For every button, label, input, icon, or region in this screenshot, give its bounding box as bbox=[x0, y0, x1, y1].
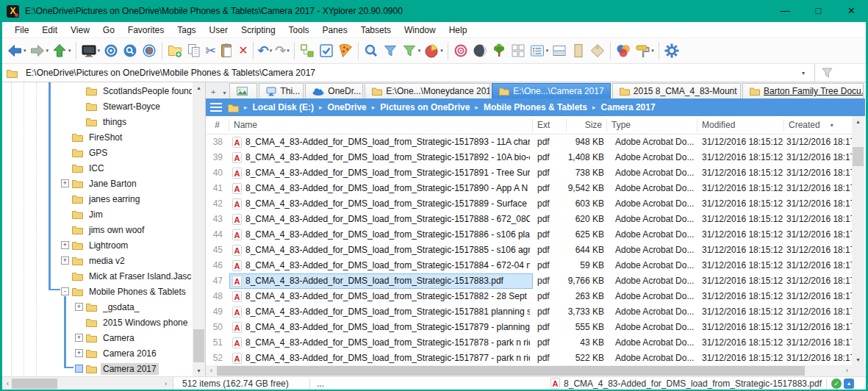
table-row[interactable]: 41 A 8_CMA_4_83-Added_for_DMS_load_from_… bbox=[206, 181, 852, 196]
tree-item[interactable]: Jim bbox=[2, 207, 192, 222]
table-row[interactable]: 49 A 8_CMA_4_83-Added_for_DMS_load_from_… bbox=[206, 304, 852, 320]
column-header-ext[interactable]: Ext bbox=[533, 119, 567, 132]
expand-toggle-icon[interactable] bbox=[61, 133, 69, 141]
tree-item[interactable]: Stewart-Boyce bbox=[2, 98, 192, 114]
expand-toggle-icon[interactable] bbox=[61, 272, 69, 280]
file-name-cell[interactable]: A 8_CMA_4_83-Added_for_DMS_load_from_Str… bbox=[229, 243, 533, 258]
table-row[interactable]: 46 A 8_CMA_4_83-Added_for_DMS_load_from_… bbox=[206, 258, 852, 273]
file-name-cell[interactable]: A 8_CMA_4_83-Added_for_DMS_load_from_Str… bbox=[229, 227, 533, 243]
menu-item[interactable]: Scripting bbox=[234, 25, 282, 35]
preview-panel-icon[interactable] bbox=[569, 40, 588, 61]
file-name-cell[interactable]: A 8_CMA_4_83-Added_for_DMS_load_from_Str… bbox=[229, 181, 533, 196]
minimize-button[interactable]: — bbox=[769, 0, 802, 22]
list-vertical-scrollbar[interactable]: ▴ ▾ bbox=[852, 116, 864, 365]
tree-item[interactable]: jims own woof bbox=[2, 222, 192, 237]
expand-toggle-icon[interactable] bbox=[75, 87, 83, 95]
maximize-button[interactable]: □ bbox=[802, 0, 835, 22]
chevron-down-icon[interactable]: ▾ bbox=[418, 48, 421, 54]
tree-item[interactable]: things bbox=[2, 114, 192, 129]
column-header-size[interactable]: Size bbox=[567, 119, 607, 132]
menu-item[interactable]: Edit bbox=[35, 25, 64, 35]
goto-target-icon[interactable] bbox=[101, 40, 121, 61]
chevron-down-icon[interactable]: ▾ bbox=[68, 48, 71, 54]
expand-toggle-icon[interactable] bbox=[61, 210, 69, 218]
table-row[interactable]: 42 A 8_CMA_4_83-Added_for_DMS_load_from_… bbox=[206, 196, 852, 212]
checkbox-mode-icon[interactable] bbox=[317, 40, 336, 61]
column-header-type[interactable]: Type bbox=[607, 119, 697, 132]
search-circle-icon[interactable] bbox=[121, 40, 140, 61]
pie-chart-icon[interactable]: ▾ bbox=[422, 40, 445, 61]
tree-item[interactable]: ScotlandsPeople found bbox=[2, 83, 192, 98]
file-name-cell[interactable]: A 8_CMA_4_83-Added_for_DMS_load_from_Str… bbox=[229, 150, 533, 165]
table-row[interactable]: 51 A 8_CMA_4_83-Added_for_DMS_load_from_… bbox=[206, 335, 852, 351]
scroll-top-icon[interactable]: ▴ bbox=[844, 379, 854, 389]
delete-icon[interactable]: ✕ bbox=[237, 40, 249, 61]
menu-item[interactable]: Help bbox=[442, 25, 474, 35]
menu-item[interactable]: Go bbox=[96, 25, 121, 35]
folder-tab[interactable]: E:\One...\Camera 2017 ✕ bbox=[492, 83, 611, 98]
expand-toggle-icon[interactable]: + bbox=[61, 241, 69, 249]
scroll-down-icon[interactable]: ▾ bbox=[852, 354, 864, 365]
table-row[interactable]: 47 A 8_CMA_4_83-Added_for_DMS_load_from_… bbox=[206, 273, 852, 289]
chevron-down-icon[interactable]: ▾ bbox=[24, 48, 26, 54]
find-files-icon[interactable] bbox=[362, 40, 381, 61]
expand-toggle-icon[interactable] bbox=[75, 318, 83, 326]
table-row[interactable]: 39 A 8_CMA_4_83-Added_for_DMS_load_from_… bbox=[206, 150, 852, 165]
filter-green-icon[interactable]: ▾ bbox=[400, 40, 423, 61]
scroll-up-icon[interactable]: ▴ bbox=[852, 116, 864, 127]
table-row[interactable]: 44 A 8_CMA_4_83-Added_for_DMS_load_from_… bbox=[206, 227, 852, 243]
table-row[interactable]: 38 A 8_CMA_4_83-Added_for_DMS_load_from_… bbox=[206, 134, 852, 150]
address-bar[interactable]: E:\OneDrive\Pictures on OneDrive\Mobile … bbox=[2, 63, 866, 82]
scrollbar-thumb[interactable] bbox=[853, 147, 864, 166]
list-horizontal-scrollbar[interactable]: ‹ › bbox=[206, 365, 865, 376]
paint-format-icon[interactable]: ▾ bbox=[633, 40, 656, 61]
settings-gear-icon[interactable] bbox=[662, 40, 681, 61]
column-header-modified[interactable]: Modified bbox=[697, 119, 784, 132]
color-filter-icon[interactable] bbox=[614, 40, 633, 61]
tree-item[interactable]: + Camera 2016 bbox=[2, 345, 192, 361]
expand-toggle-icon[interactable] bbox=[61, 148, 69, 157]
tree-item[interactable]: + Camera bbox=[2, 330, 192, 345]
redo-icon[interactable]: ↷▾ bbox=[273, 40, 291, 61]
tree-item[interactable]: - Mobile Phones & Tablets bbox=[2, 284, 192, 299]
chevron-down-icon[interactable]: ▾ bbox=[546, 48, 549, 54]
file-name-cell[interactable]: A 8_CMA_4_83-Added_for_DMS_load_from_Str… bbox=[229, 320, 533, 335]
expand-toggle-icon[interactable]: + bbox=[75, 303, 83, 311]
tree-item[interactable]: FireShot bbox=[2, 129, 192, 145]
folder-tab[interactable]: Thi... bbox=[259, 83, 304, 98]
breadcrumb-item[interactable]: Pictures on OneDrive bbox=[380, 102, 470, 112]
dark-mode-icon[interactable] bbox=[470, 40, 489, 61]
tab-list-dropdown-icon[interactable]: ▾ bbox=[219, 90, 229, 98]
file-name-cell[interactable]: A 8_CMA_4_83-Added_for_DMS_load_from_Str… bbox=[229, 258, 533, 273]
scroll-down-icon[interactable]: ▾ bbox=[193, 365, 205, 376]
breadcrumb-item[interactable]: Mobile Phones & Tablets bbox=[484, 102, 587, 112]
menu-hamburger-icon[interactable] bbox=[210, 101, 222, 114]
chevron-down-icon[interactable]: ▾ bbox=[440, 48, 443, 54]
file-name-cell[interactable]: A 8_CMA_4_83-Added_for_DMS_load_from_Str… bbox=[229, 335, 533, 351]
menu-item[interactable]: Favorites bbox=[121, 25, 171, 35]
expand-toggle-icon[interactable] bbox=[61, 164, 69, 172]
tree-item[interactable]: + Lightroom bbox=[2, 237, 192, 253]
chevron-down-icon[interactable]: ▾ bbox=[651, 48, 654, 54]
tree-horizontal-scrollbar[interactable]: ‹ › bbox=[2, 377, 173, 390]
folder-tab[interactable]: E:\One...\Moneydance 2019 bbox=[365, 83, 490, 98]
close-tab-icon[interactable]: ✕ bbox=[610, 87, 611, 95]
breadcrumb-item[interactable]: Camera 2017 bbox=[601, 102, 656, 112]
chevron-down-icon[interactable]: ▾ bbox=[46, 48, 49, 54]
column-header-num[interactable]: # bbox=[206, 119, 229, 132]
forward-icon[interactable]: ▾ bbox=[28, 40, 51, 61]
new-folder-icon[interactable] bbox=[165, 40, 184, 61]
file-name-cell[interactable]: A 8_CMA_4_83-Added_for_DMS_load_from_Str… bbox=[229, 134, 533, 150]
expand-toggle-icon[interactable] bbox=[75, 365, 83, 373]
address-dropdown-icon[interactable]: ▾ bbox=[792, 70, 814, 76]
scrollbar-thumb[interactable] bbox=[217, 366, 805, 376]
column-header-name[interactable]: Name bbox=[229, 119, 533, 132]
folder-tab[interactable]: 2015 8_CMA_4_83-Mount ... bbox=[612, 83, 741, 98]
filter-icon[interactable] bbox=[381, 40, 400, 61]
tree-item[interactable]: + _gsdata_ bbox=[2, 299, 192, 315]
cut-icon[interactable]: ✂ bbox=[204, 40, 218, 61]
menu-item[interactable]: Panes bbox=[316, 25, 354, 35]
spiral-icon[interactable] bbox=[451, 40, 470, 61]
breadcrumb-item[interactable]: Local Disk (E:) bbox=[253, 102, 314, 112]
folder-tab[interactable] bbox=[229, 83, 257, 98]
